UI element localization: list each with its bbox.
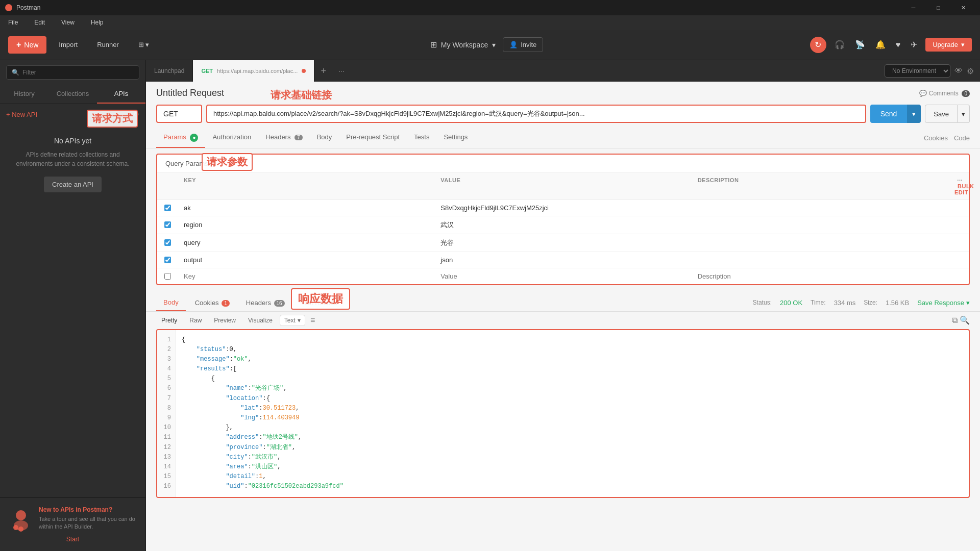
tab-tests[interactable]: Tests [407, 128, 436, 148]
search-input-wrapper: 🔍 [6, 65, 139, 80]
save-arrow-button[interactable]: ▾ [958, 105, 970, 123]
code-lines: 123456 789101112 13141516 { "status":0, … [157, 330, 969, 497]
toolbar-right: ↻ 🎧 📡 🔔 ♥ ✈ Upgrade ▾ [810, 37, 972, 53]
format-visualize[interactable]: Visualize [243, 315, 278, 326]
sidebar-tab-apis[interactable]: APIs [97, 85, 145, 104]
text-format-select[interactable]: Text ▾ [280, 315, 305, 326]
url-input[interactable] [213, 106, 859, 122]
param-value-1: S8vDxqgHkjcFld9jlL9C7ExwjM25zjci [434, 200, 691, 216]
send-button-group: Send ▾ [870, 105, 921, 123]
param-value-input-empty[interactable] [440, 272, 685, 280]
code-content: { "status":0, "message":"ok", "results":… [176, 330, 969, 497]
refresh-icon[interactable]: ↻ [133, 110, 139, 118]
launchpad-tab[interactable]: Launchpad [146, 60, 193, 82]
param-actions-2 [948, 221, 969, 229]
code-link[interactable]: Code [954, 134, 970, 142]
menu-file[interactable]: File [5, 17, 21, 28]
tab-prerequest[interactable]: Pre-request Script [339, 128, 407, 148]
copy-response-button[interactable]: ⧉ [952, 316, 958, 325]
bulk-edit-link[interactable]: Bulk Edit [954, 183, 974, 195]
cookies-link[interactable]: Cookies [924, 134, 948, 142]
minimize-button[interactable]: ─ [902, 0, 925, 15]
code-line: "address":"地铁2号线", [182, 433, 963, 442]
title-bar-controls: ─ □ ✕ [902, 0, 975, 15]
param-key-input-empty[interactable] [184, 272, 428, 280]
heart-icon[interactable]: ♥ [894, 38, 903, 52]
format-pretty[interactable]: Pretty [156, 315, 182, 326]
close-button[interactable]: ✕ [952, 0, 975, 15]
search-response-button[interactable]: 🔍 [960, 315, 970, 325]
param-checkbox-empty[interactable] [164, 273, 171, 280]
method-select[interactable]: GET [156, 105, 202, 123]
params-title: Query Params [157, 155, 969, 173]
param-checkbox-3[interactable] [164, 239, 171, 246]
sidebar-content: + New API ↻ No APIs yet APIs define rela… [0, 104, 145, 497]
refresh-button[interactable]: ↻ [810, 37, 826, 53]
code-line: "status":0, [182, 345, 963, 355]
menu-view[interactable]: View [58, 17, 78, 28]
param-checkbox-2[interactable] [164, 221, 171, 228]
menu-bar: File Edit View Help [0, 15, 980, 30]
filter-input[interactable] [22, 69, 134, 76]
invite-button[interactable]: 👤 Invite [503, 37, 543, 52]
code-line: "location":{ [182, 394, 963, 404]
signal-icon[interactable]: 📡 [853, 38, 867, 52]
save-response-button[interactable]: Save Response ▾ [917, 299, 970, 307]
no-apis-section: No APIs yet APIs define related collecti… [6, 127, 139, 203]
param-desc-input-empty[interactable] [698, 272, 942, 280]
param-row: output json [157, 252, 969, 268]
workspace-button[interactable]: ⊞ My Workspace ▾ [423, 36, 503, 54]
status-value: 200 OK [780, 299, 802, 307]
tab-params[interactable]: Params ● [156, 128, 205, 148]
new-api-button[interactable]: + New API [6, 111, 37, 118]
start-link[interactable]: Start [8, 536, 137, 543]
format-raw[interactable]: Raw [184, 315, 207, 326]
no-apis-desc: APIs define related collections and envi… [11, 150, 134, 168]
bell-icon[interactable]: 🔔 [873, 38, 888, 52]
send-arrow-button[interactable]: ▾ [907, 105, 921, 123]
import-button[interactable]: Import [52, 37, 85, 53]
resp-tab-cookies[interactable]: Cookies 1 [188, 295, 237, 311]
param-checkbox-1[interactable] [164, 205, 171, 211]
menu-help[interactable]: Help [88, 17, 107, 28]
resp-tab-headers[interactable]: Headers 16 [239, 295, 292, 311]
bookmark-icon[interactable]: ✈ [909, 38, 919, 52]
size-value: 1.56 KB [886, 299, 909, 307]
eye-button[interactable]: 👁 [954, 66, 963, 76]
headphone-icon[interactable]: 🎧 [832, 38, 847, 52]
resp-tab-body[interactable]: Body [156, 294, 186, 311]
tab-add-button[interactable]: + [314, 66, 332, 77]
settings-button[interactable]: ⚙ [967, 66, 974, 76]
code-line: "message":"ok", [182, 355, 963, 364]
tab-settings[interactable]: Settings [436, 128, 475, 148]
resp-tab-test-results[interactable]: Test Results [294, 295, 345, 311]
environment-select[interactable]: No Environment [885, 64, 950, 78]
upgrade-button[interactable]: Upgrade ▾ [925, 38, 972, 52]
menu-edit[interactable]: Edit [31, 17, 48, 28]
param-key-4: output [178, 252, 434, 268]
extra-button[interactable]: ⊞ ▾ [131, 37, 157, 53]
save-button[interactable]: Save [925, 105, 958, 123]
new-button[interactable]: + New [8, 36, 46, 54]
format-icon-button[interactable]: ≡ [307, 315, 318, 326]
tab-body[interactable]: Body [310, 128, 339, 148]
more-icon[interactable]: ··· [957, 177, 963, 183]
param-actions-4 [948, 256, 969, 264]
sidebar-tab-collections[interactable]: Collections [48, 85, 97, 104]
tab-authorization[interactable]: Authorization [205, 128, 258, 148]
comments-button[interactable]: 💬 Cookies Comments 0 [919, 90, 970, 97]
code-line: "name":"光谷广场", [182, 384, 963, 393]
request-tab[interactable]: GET https://api.map.baidu.com/plac... [193, 60, 314, 82]
send-button[interactable]: Send [870, 105, 908, 123]
param-row-empty [157, 268, 969, 284]
new-to-apis-desc: Take a tour and see all that you can do … [39, 515, 137, 531]
format-preview[interactable]: Preview [209, 315, 241, 326]
create-api-button[interactable]: Create an API [44, 177, 102, 192]
tab-headers[interactable]: Headers 7 [258, 128, 309, 148]
runner-button[interactable]: Runner [90, 37, 126, 53]
tab-more-button[interactable]: ··· [332, 67, 351, 75]
comment-icon: 💬 [919, 90, 927, 97]
param-checkbox-4[interactable] [164, 257, 171, 263]
maximize-button[interactable]: □ [927, 0, 950, 15]
sidebar-tab-history[interactable]: History [0, 85, 48, 104]
